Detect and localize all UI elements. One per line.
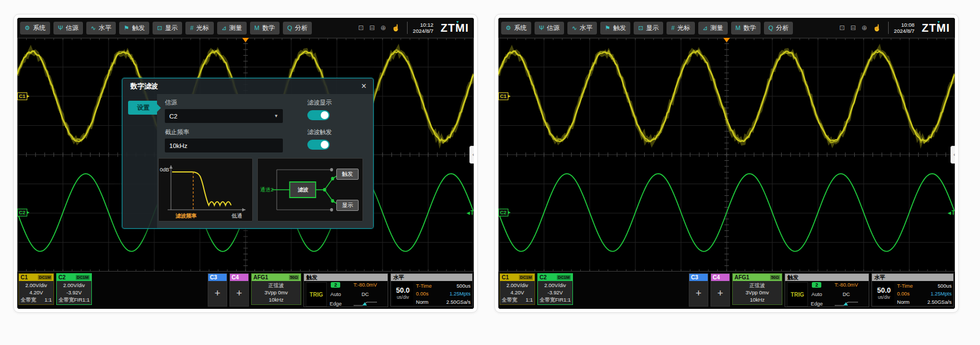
- afg-badge[interactable]: AFG150Ω 正弦波 3Vpp 0mv 10kHz: [251, 273, 301, 305]
- channel4-badge[interactable]: C4 +: [229, 273, 249, 307]
- add-channel4[interactable]: +: [711, 281, 729, 306]
- diagram-filter-label: 滤波: [297, 186, 308, 194]
- menu-trigger[interactable]: ⚑触发: [600, 22, 630, 34]
- filter-block-diagram: 通道2 滤波 触发 显示: [257, 158, 363, 221]
- menu-analyze[interactable]: Q分析: [764, 22, 793, 34]
- waveform-display: C1 C2 ◄T ‹: [498, 38, 955, 272]
- menu-measure[interactable]: ⊿测量: [217, 22, 247, 34]
- afg-waveform: 正弦波: [253, 282, 299, 289]
- trigger-section[interactable]: 触发 TRIG 2 Auto Edge T:-80.0mV DC: [303, 273, 388, 307]
- source-select[interactable]: C2 ▼: [165, 109, 283, 123]
- measure-triangle-icon: ⊿: [222, 25, 227, 31]
- filter-trigger-toggle[interactable]: [307, 140, 330, 150]
- channel1-position-marker[interactable]: C1: [498, 92, 508, 100]
- channel1-position-marker[interactable]: C1: [17, 92, 27, 100]
- trigger-level-marker[interactable]: ◄T: [947, 210, 954, 216]
- side-panel-handle[interactable]: ‹: [950, 146, 955, 164]
- menu-math[interactable]: M数学: [250, 22, 280, 34]
- timebase-value: 50.0: [877, 287, 890, 295]
- plot-lowpass-label: 低通: [232, 213, 242, 220]
- channel2-badge[interactable]: C2DC1M 2.00V/div -3.92V 全带宽FIR1:1: [56, 273, 92, 305]
- menu-source[interactable]: Ψ信源: [53, 22, 83, 34]
- menu-horizontal[interactable]: ∿水平: [86, 22, 116, 34]
- t-time-value: 500us: [440, 282, 471, 290]
- trig-status: TRIG: [787, 282, 808, 307]
- ch2-scale: 2.00V/div: [540, 282, 571, 289]
- screen-mirror-icon[interactable]: ⊡: [839, 24, 845, 32]
- channel2-position-marker[interactable]: C2: [498, 209, 508, 216]
- channel3-badge[interactable]: C3 +: [689, 273, 708, 307]
- menu-system[interactable]: ⚙系统: [20, 22, 50, 34]
- tab-settings[interactable]: 设置: [128, 101, 157, 115]
- signal-source-icon: Ψ: [539, 25, 544, 31]
- trigger-level: T:-80.0mV: [835, 282, 858, 288]
- usb-storage-icon[interactable]: ⊟: [369, 24, 375, 32]
- trigger-mode: Auto: [811, 292, 822, 297]
- add-channel4[interactable]: +: [230, 281, 248, 306]
- usb-storage-icon[interactable]: ⊟: [850, 24, 856, 32]
- t-time-value: 500us: [922, 282, 952, 290]
- display-monitor-icon: ⊡: [157, 25, 162, 31]
- menu-source[interactable]: Ψ信源: [535, 22, 564, 34]
- side-panel-handle[interactable]: ‹: [469, 146, 474, 164]
- screen-mirror-icon[interactable]: ⊡: [358, 24, 364, 32]
- timebase-unit: us/div: [878, 295, 890, 300]
- close-icon[interactable]: ×: [361, 82, 366, 91]
- menu-analyze[interactable]: Q分析: [283, 22, 312, 34]
- menu-measure[interactable]: ⊿测量: [698, 22, 728, 34]
- menu-horizontal[interactable]: ∿水平: [567, 22, 597, 34]
- cutoff-input[interactable]: 10kHz: [165, 139, 283, 152]
- touch-icon[interactable]: ☝: [391, 24, 400, 32]
- math-icon: M: [254, 25, 259, 31]
- ch2-probe: 1:1: [82, 297, 90, 304]
- coupling-tag: DC1M: [557, 275, 571, 280]
- network-icon[interactable]: ⊕: [380, 24, 386, 32]
- menu-cursor[interactable]: #光标: [667, 22, 694, 34]
- channel4-badge[interactable]: C4 +: [710, 273, 730, 307]
- clock: 10:12 2024/8/7: [407, 22, 433, 34]
- channel3-badge[interactable]: C3 +: [208, 273, 227, 307]
- afg-badge[interactable]: AFG150Ω 正弦波 3Vpp 0mv 10kHz: [732, 273, 782, 305]
- trigger-source-badge: 2: [812, 282, 821, 288]
- trigger-level-marker[interactable]: ◄T: [465, 210, 473, 216]
- filter-display-toggle[interactable]: [307, 110, 330, 120]
- diagram-display-button: 显示: [336, 200, 359, 211]
- channel1-badge[interactable]: C1DC1M 2.00V/div 4.20V 全带宽1:1: [18, 273, 54, 305]
- menu-math[interactable]: M数学: [731, 22, 761, 34]
- analyze-search-icon: Q: [287, 25, 292, 31]
- menu-display[interactable]: ⊡显示: [634, 22, 663, 34]
- acquire-mode: Norm: [897, 298, 918, 306]
- date: 2024/8/7: [413, 28, 433, 34]
- brand-caret-icon: ▼: [455, 20, 460, 24]
- horizontal-section[interactable]: 水平 50.0us/div T-Time500us 0.00s1.25Mpts …: [871, 273, 954, 307]
- add-channel3[interactable]: +: [689, 281, 708, 306]
- acquire-mode: Norm: [416, 298, 437, 306]
- menu-cursor[interactable]: #光标: [185, 22, 213, 34]
- network-icon[interactable]: ⊕: [861, 24, 867, 32]
- display-monitor-icon: ⊡: [638, 25, 643, 31]
- trigger-position-marker[interactable]: [723, 38, 730, 42]
- afg-frequency: 10kHz: [253, 297, 299, 304]
- info-bar: C1DC1M 2.00V/div 4.20V 全带宽1:1 C2DC1M 2.0…: [498, 272, 955, 309]
- add-channel3[interactable]: +: [208, 281, 227, 306]
- trigger-position-marker[interactable]: [242, 38, 249, 42]
- info-bar: C1DC1M 2.00V/div 4.20V 全带宽1:1 C2DC1M 2.0…: [17, 272, 474, 309]
- horizontal-section[interactable]: 水平 50.0us/div T-Time500us 0.00s1.25Mpts …: [390, 273, 473, 307]
- trigger-section[interactable]: 触发 TRIG 2 Auto Edge T:-80.0mV DC: [785, 273, 869, 307]
- horizontal-wave-icon: ∿: [91, 25, 96, 31]
- touch-icon[interactable]: ☝: [873, 24, 881, 32]
- channel2-badge[interactable]: C2DC1M 2.00V/div -3.92V 全带宽FIR1:1: [537, 273, 573, 305]
- channel2-position-marker[interactable]: C2: [17, 209, 27, 216]
- diagram-trigger-button: 触发: [336, 169, 359, 180]
- brand-logo: ▼ZTMI: [440, 22, 469, 34]
- plot-0db-label: 0dB: [160, 166, 169, 172]
- menu-trigger[interactable]: ⚑触发: [119, 22, 149, 34]
- ch1-scale: 2.00V/div: [502, 282, 533, 289]
- menu-system[interactable]: ⚙系统: [501, 22, 531, 34]
- cursor-grid-icon: #: [671, 25, 674, 31]
- trigger-coupling: DC: [361, 292, 369, 297]
- menu-display[interactable]: ⊡显示: [153, 22, 182, 34]
- coupling-tag: DC1M: [519, 275, 533, 280]
- trigger-level: T:-80.0mV: [354, 282, 377, 288]
- channel1-badge[interactable]: C1DC1M 2.00V/div 4.20V 全带宽1:1: [499, 273, 535, 305]
